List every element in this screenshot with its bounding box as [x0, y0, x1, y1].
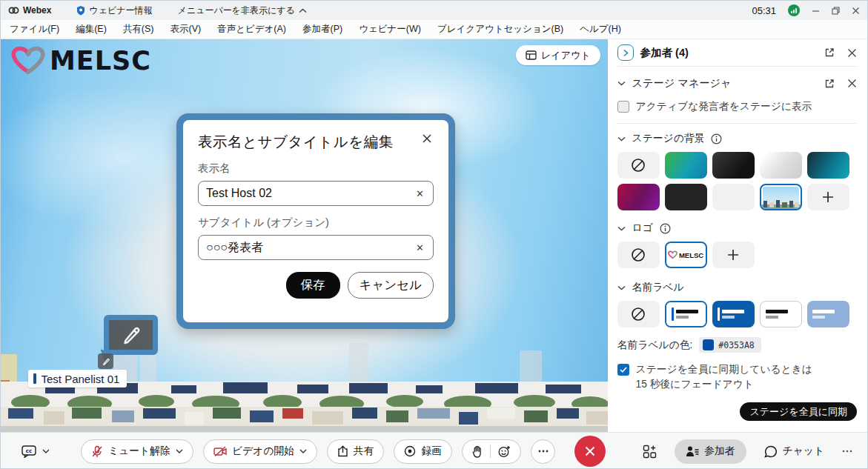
chat-toggle-button[interactable]: チャット [764, 445, 824, 458]
menu-participants[interactable]: 参加者(P) [302, 23, 342, 36]
bg-swatch-purple-gradient[interactable] [617, 184, 660, 210]
plus-icon [726, 248, 740, 262]
label-style-none[interactable] [617, 301, 660, 327]
close-icon [422, 133, 432, 144]
ellipsis-icon [842, 450, 852, 453]
sync-checkbox-line1: ステージを全員に同期しているときは [636, 362, 812, 377]
hide-menubar-button[interactable]: メニューバーを非表示にする [178, 4, 307, 17]
logo-swatch-melsc-selected[interactable]: MELSC [665, 242, 707, 268]
menu-breakout[interactable]: ブレイクアウトセッション(B) [437, 23, 563, 36]
label-color-label: 名前ラベルの色: [617, 339, 693, 352]
apps-button[interactable] [643, 445, 657, 459]
participant-name-text: Test Panelist 01 [42, 373, 120, 385]
menu-edit[interactable]: 編集(E) [76, 23, 107, 36]
bg-swatch-teal-gradient[interactable] [807, 152, 849, 179]
webinar-info-button[interactable]: ウェビナー情報 [76, 4, 152, 17]
menu-file[interactable]: ファイル(F) [10, 23, 59, 36]
participant-name-label: Test Panelist 01 [28, 370, 127, 387]
save-button[interactable]: 保存 [286, 272, 340, 299]
chevron-down-icon[interactable] [617, 226, 626, 231]
menubar: ファイル(F) 編集(E) 共有(S) 表示(V) 音声とビデオ(A) 参加者(… [1, 20, 867, 39]
menu-webinar[interactable]: ウェビナー(W) [359, 23, 421, 36]
sync-stage-button[interactable]: ステージを全員に同期 [740, 402, 857, 421]
logo-swatch-add-button[interactable] [712, 242, 755, 268]
clear-display-name-button[interactable]: ✕ [414, 188, 425, 199]
dialog-close-button[interactable] [420, 132, 434, 148]
participants-toggle-label: 参加者 [704, 445, 735, 458]
chevron-down-icon[interactable] [617, 136, 626, 142]
display-name-input[interactable] [206, 187, 414, 200]
raise-hand-icon[interactable] [472, 445, 483, 458]
subtitle-input[interactable] [206, 241, 414, 254]
connection-quality-icon[interactable] [788, 4, 800, 16]
label-style-bar-blue[interactable] [712, 301, 755, 327]
hide-menubar-label: メニューバーを非表示にする [178, 4, 295, 17]
restore-button[interactable] [832, 7, 840, 15]
bg-swatch-charcoal[interactable] [665, 184, 707, 210]
webex-logo-icon [8, 6, 19, 15]
none-icon [631, 247, 646, 262]
info-icon[interactable] [660, 223, 671, 234]
leave-webinar-button[interactable] [574, 436, 606, 467]
record-label: 録画 [421, 445, 442, 458]
start-video-button[interactable]: ビデオの開始 [203, 439, 317, 464]
session-time: 05:31 [752, 5, 776, 16]
mini-skyline [761, 199, 801, 209]
close-icon [847, 48, 857, 58]
participants-toggle-button[interactable]: 参加者 [675, 439, 746, 464]
stage-brand-logo: MELSC [11, 45, 151, 76]
bg-swatch-city-selected[interactable] [760, 184, 802, 210]
menu-help[interactable]: ヘルプ(H) [580, 23, 621, 36]
more-panels-button[interactable] [842, 450, 852, 453]
webex-window: Webex ウェビナー情報 メニューバーを非表示にする 05:31 ファイル(F… [0, 0, 868, 469]
clear-subtitle-button[interactable]: ✕ [414, 242, 425, 253]
record-button[interactable]: 録画 [394, 439, 452, 464]
close-stage-manager-button[interactable] [847, 79, 857, 88]
menu-share[interactable]: 共有(S) [123, 23, 154, 36]
stage-brand-text: MELSC [50, 46, 151, 76]
bg-swatch-green-blue-gradient[interactable] [665, 152, 707, 179]
collapse-panel-button[interactable] [617, 44, 634, 61]
close-panel-button[interactable] [847, 48, 857, 58]
logo-swatch-none[interactable] [617, 242, 660, 268]
active-speaker-checkbox-label: アクティブな発言者をステージに表示 [636, 99, 812, 114]
more-options-button[interactable] [531, 439, 555, 464]
bg-swatch-none[interactable] [617, 152, 660, 179]
label-style-plain-light[interactable] [760, 301, 802, 327]
minimize-button[interactable] [812, 7, 820, 15]
divider [617, 123, 857, 124]
label-color-picker[interactable]: #0353A8 [699, 337, 761, 353]
chevron-down-icon[interactable] [617, 81, 626, 86]
bg-swatch-black-gradient[interactable] [712, 152, 755, 179]
popout-panel-button[interactable] [824, 47, 835, 58]
edit-name-pencil-button[interactable] [98, 353, 113, 369]
unmute-button[interactable]: ミュート解除 [81, 439, 193, 464]
label-style-translucent-blue[interactable] [807, 301, 849, 327]
popout-stage-manager-button[interactable] [824, 79, 835, 89]
sync-fadeout-checkbox[interactable] [617, 364, 629, 376]
edit-pencil-callout [104, 315, 158, 355]
bg-swatch-add-button[interactable] [807, 184, 849, 210]
menu-audio-video[interactable]: 音声とビデオ(A) [217, 23, 286, 36]
melsc-heart-icon [11, 45, 45, 76]
divider [490, 445, 491, 458]
close-window-button[interactable] [852, 7, 860, 15]
camera-off-icon [213, 446, 227, 457]
dialog-title: 表示名とサブタイトルを編集 [198, 132, 394, 152]
cancel-button[interactable]: キャンセル [348, 272, 434, 299]
label-style-bar-light-selected[interactable] [665, 301, 707, 327]
edit-name-dialog: 表示名とサブタイトルを編集 表示名 ✕ サブタイトル (オプション) ✕ [176, 113, 455, 329]
bg-swatch-white-gradient[interactable] [760, 152, 802, 179]
bg-swatch-light-gray[interactable] [712, 184, 755, 210]
captions-button[interactable]: cc [21, 445, 50, 458]
share-button[interactable]: 共有 [327, 439, 385, 464]
menu-view[interactable]: 表示(V) [170, 23, 201, 36]
chevron-down-icon[interactable] [617, 285, 626, 290]
subtitle-label: サブタイトル (オプション) [198, 216, 434, 230]
reaction-smiley-icon[interactable] [498, 445, 511, 458]
close-icon [584, 445, 596, 457]
stage-manager-title: ステージ マネージャ [632, 76, 732, 90]
layout-button[interactable]: レイアウト [516, 45, 600, 65]
active-speaker-checkbox[interactable] [617, 101, 629, 113]
info-icon[interactable] [711, 133, 722, 144]
